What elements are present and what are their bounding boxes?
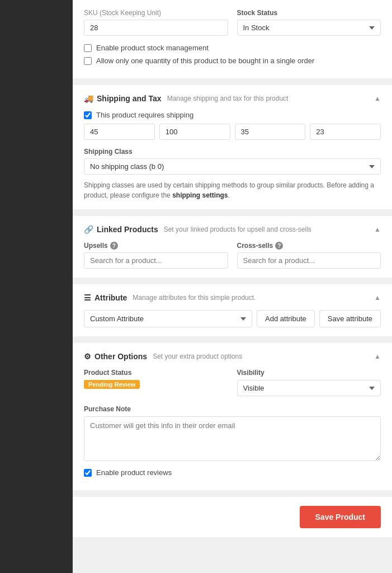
- shipping-note-text: Shipping classes are used by certain shi…: [84, 181, 374, 199]
- crosssells-label-text: Cross-sells: [237, 242, 273, 250]
- purchase-note-label: Purchase Note: [84, 405, 381, 413]
- attribute-row: Custom Attribute Color Size Add attribut…: [84, 310, 381, 327]
- linked-title-text: Linked Products: [97, 225, 158, 234]
- sku-row: SKU (Stock Keeping Unit) Stock Status In…: [84, 9, 381, 36]
- enable-stock-label: Enable product stock management: [96, 44, 209, 52]
- footer-bar: Save Product: [73, 497, 392, 537]
- sku-label-text: SKU: [84, 9, 98, 17]
- requires-shipping-checkbox[interactable]: [84, 111, 92, 119]
- visibility-label: Visibility: [237, 369, 381, 377]
- crosssells-label: Cross-sells ?: [237, 242, 381, 250]
- link-icon: [84, 225, 93, 234]
- shipping-subtitle: Manage shipping and tax for this product: [167, 95, 289, 102]
- attribute-section-header: Attribute Manage attributes for this sim…: [84, 293, 381, 302]
- stock-status-select[interactable]: In Stock Out of Stock On Backorder: [237, 20, 381, 36]
- product-status-label: Product Status: [84, 369, 228, 377]
- linked-collapse-icon[interactable]: ▲: [374, 226, 381, 233]
- sku-label-sub: (Stock Keeping Unit): [100, 9, 161, 17]
- visibility-col: Visibility Visible Hidden Search only Ca…: [237, 369, 381, 396]
- dim1-input[interactable]: [84, 124, 155, 140]
- crosssells-search-input[interactable]: [237, 252, 381, 269]
- dim3-input[interactable]: [235, 124, 306, 140]
- enable-stock-checkbox[interactable]: [84, 44, 92, 52]
- add-attribute-button[interactable]: Add attribute: [257, 310, 315, 327]
- attribute-title-text: Attribute: [95, 293, 127, 302]
- shipping-title-text: Shipping and Tax: [97, 94, 162, 103]
- attribute-card: Attribute Manage attributes for this sim…: [73, 284, 392, 336]
- attribute-select[interactable]: Custom Attribute Color Size: [84, 310, 252, 327]
- visibility-select[interactable]: Visible Hidden Search only Catalog only: [237, 380, 381, 396]
- single-quantity-checkbox[interactable]: [84, 57, 92, 65]
- shipping-class-select[interactable]: No shipping class (b 0) Standard Express: [84, 158, 381, 175]
- stock-status-label: Stock Status: [237, 9, 381, 17]
- options-row: Product Status Pending Review Visibility…: [84, 369, 381, 396]
- other-options-subtitle: Set your extra product options: [153, 353, 242, 360]
- upsells-search-input[interactable]: [84, 252, 228, 269]
- other-options-title: Other Options Set your extra product opt…: [84, 352, 242, 361]
- requires-shipping-label: This product requires shipping: [96, 111, 193, 119]
- linked-section-header: Linked Products Set your linked products…: [84, 225, 381, 234]
- enable-reviews-row: Enable product reviews: [84, 468, 381, 477]
- other-options-card: Other Options Set your extra product opt…: [73, 343, 392, 490]
- enable-reviews-checkbox[interactable]: [84, 469, 92, 477]
- single-quantity-label: Allow only one quantity of this product …: [96, 57, 314, 65]
- truck-icon: [84, 94, 93, 103]
- dimensions-row: [84, 124, 381, 140]
- dim4-input[interactable]: [310, 124, 381, 140]
- sku-label: SKU (Stock Keeping Unit): [84, 9, 228, 17]
- gear-icon: [84, 352, 91, 361]
- upsells-help-icon[interactable]: ?: [110, 242, 118, 250]
- attribute-subtitle: Manage attributes for this simple produc…: [133, 294, 256, 302]
- sidebar: [0, 0, 73, 573]
- stock-status-col: Stock Status In Stock Out of Stock On Ba…: [237, 9, 381, 36]
- sku-stock-card: SKU (Stock Keeping Unit) Stock Status In…: [73, 0, 392, 78]
- shipping-note: Shipping classes are used by certain shi…: [84, 180, 381, 200]
- upsells-label-text: Upsells: [84, 242, 108, 250]
- other-options-header: Other Options Set your extra product opt…: [84, 352, 381, 361]
- sku-input[interactable]: [84, 20, 228, 36]
- upsells-label: Upsells ?: [84, 242, 228, 250]
- linked-products-card: Linked Products Set your linked products…: [73, 216, 392, 278]
- table-icon: [84, 293, 91, 302]
- shipping-settings-link[interactable]: shipping settings: [172, 191, 228, 199]
- purchase-note-textarea[interactable]: [84, 416, 381, 461]
- other-options-title-text: Other Options: [95, 352, 147, 361]
- save-attribute-button[interactable]: Save attribute: [319, 310, 381, 327]
- shipping-collapse-icon[interactable]: ▲: [374, 95, 381, 102]
- status-badge: Pending Review: [84, 380, 140, 389]
- shipping-tax-card: Shipping and Tax Manage shipping and tax…: [73, 85, 392, 209]
- upsells-col: Upsells ?: [84, 242, 228, 269]
- main-content: SKU (Stock Keeping Unit) Stock Status In…: [73, 0, 392, 573]
- dim2-input[interactable]: [159, 124, 230, 140]
- save-product-button[interactable]: Save Product: [300, 506, 381, 528]
- shipping-class-label: Shipping Class: [84, 148, 381, 156]
- attribute-collapse-icon[interactable]: ▲: [374, 294, 381, 302]
- linked-row: Upsells ? Cross-sells ?: [84, 242, 381, 269]
- sku-col: SKU (Stock Keeping Unit): [84, 9, 228, 36]
- enable-reviews-label: Enable product reviews: [96, 468, 172, 477]
- single-quantity-row: Allow only one quantity of this product …: [84, 57, 381, 65]
- linked-subtitle: Set your linked products for upsell and …: [164, 226, 311, 233]
- product-status-col: Product Status Pending Review: [84, 369, 228, 396]
- attribute-title: Attribute Manage attributes for this sim…: [84, 293, 256, 302]
- shipping-title: Shipping and Tax Manage shipping and tax…: [84, 94, 288, 103]
- requires-shipping-row: This product requires shipping: [84, 111, 381, 119]
- shipping-section-header: Shipping and Tax Manage shipping and tax…: [84, 94, 381, 103]
- crosssells-help-icon[interactable]: ?: [275, 242, 283, 250]
- crosssells-col: Cross-sells ?: [237, 242, 381, 269]
- other-options-collapse-icon[interactable]: ▲: [374, 353, 381, 360]
- linked-title: Linked Products Set your linked products…: [84, 225, 311, 234]
- enable-stock-row: Enable product stock management: [84, 44, 381, 52]
